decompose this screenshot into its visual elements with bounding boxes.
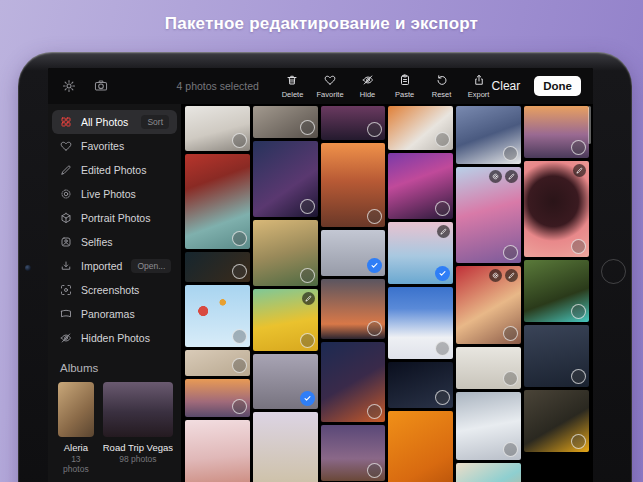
selection-circle[interactable] xyxy=(503,371,518,386)
photo-graffiti-portrait[interactable] xyxy=(456,106,521,164)
selection-circle[interactable] xyxy=(232,231,247,246)
selection-circle[interactable] xyxy=(503,442,518,457)
photo-flamingo[interactable] xyxy=(524,161,589,257)
camera-icon[interactable] xyxy=(94,79,108,93)
paste-button[interactable]: Paste xyxy=(392,74,418,99)
home-button[interactable] xyxy=(601,259,626,284)
photo-golden-gate-bridge[interactable] xyxy=(321,143,386,227)
sidebar-item-imported[interactable]: ImportedOpen... xyxy=(52,254,177,278)
selection-circle[interactable] xyxy=(367,404,382,419)
selection-checkmark[interactable] xyxy=(300,391,315,406)
selection-circle[interactable] xyxy=(367,122,382,137)
photo-dusk-clouds-city[interactable] xyxy=(321,106,386,140)
selection-circle[interactable] xyxy=(300,199,315,214)
selection-checkmark[interactable] xyxy=(367,258,382,273)
screenshot-icon xyxy=(60,284,72,296)
selection-circle[interactable] xyxy=(571,369,586,384)
sidebar-item-portrait-photos[interactable]: Portrait Photos xyxy=(52,206,177,230)
photo-woman-red-beanie[interactable] xyxy=(185,154,250,249)
selection-circle[interactable] xyxy=(503,245,518,260)
selection-circle[interactable] xyxy=(232,329,247,344)
album-count: 13 photos xyxy=(58,454,94,474)
photo-earth-at-night[interactable] xyxy=(388,362,453,408)
sidebar-item-hidden-photos[interactable]: Hidden Photos xyxy=(52,326,177,350)
photo-hot-air-balloons[interactable] xyxy=(185,285,250,347)
done-button[interactable]: Done xyxy=(534,76,581,96)
selection-circle[interactable] xyxy=(571,434,586,449)
delete-button[interactable]: Delete xyxy=(279,74,305,99)
photo-ocean-sunset[interactable] xyxy=(388,222,453,284)
photo-skater-mural[interactable] xyxy=(388,106,453,150)
selection-circle[interactable] xyxy=(232,133,247,148)
photo-coastal-sunset[interactable] xyxy=(321,279,386,339)
photo-eiffel-tower[interactable] xyxy=(321,230,386,276)
clear-button[interactable]: Clear xyxy=(492,79,521,93)
photo-misty-valley[interactable] xyxy=(253,354,318,409)
photo-violet-ridges[interactable] xyxy=(524,106,589,158)
selection-circle[interactable] xyxy=(367,321,382,336)
photo-holi-paint-portrait[interactable] xyxy=(456,167,521,263)
photo-pale-beach[interactable] xyxy=(253,412,318,482)
selection-circle[interactable] xyxy=(571,304,586,319)
photo-orange-macro[interactable] xyxy=(388,411,453,482)
selection-circle[interactable] xyxy=(503,146,518,161)
selection-circle[interactable] xyxy=(232,264,247,279)
favorite-button[interactable]: Favorite xyxy=(316,74,343,99)
photo-sunset-ridge[interactable] xyxy=(185,379,250,417)
selection-circle[interactable] xyxy=(300,333,315,348)
photo-yellow-tulips[interactable] xyxy=(253,289,318,351)
sidebar-item-label: Favorites xyxy=(81,140,124,152)
selection-circle[interactable] xyxy=(435,201,450,216)
gear-icon[interactable] xyxy=(62,79,76,93)
album-aleria[interactable]: Aleria13 photos xyxy=(58,382,94,474)
photo-hummingbird-flower[interactable] xyxy=(524,390,589,452)
selection-circle[interactable] xyxy=(232,399,247,414)
photo-blue-dome-church[interactable] xyxy=(388,287,453,359)
selection-circle[interactable] xyxy=(300,268,315,283)
photo-smiling-boy[interactable] xyxy=(456,266,521,344)
photo-white-village[interactable] xyxy=(185,350,250,376)
photo-white-building-person[interactable] xyxy=(185,106,250,151)
selection-circle[interactable] xyxy=(435,390,450,405)
hide-button[interactable]: Hide xyxy=(355,74,381,99)
selection-circle[interactable] xyxy=(435,132,450,147)
export-button[interactable]: Export xyxy=(466,74,492,99)
sidebar-item-edited-photos[interactable]: Edited Photos xyxy=(52,158,177,182)
photo-snow-slope[interactable] xyxy=(456,392,521,460)
sidebar-item-screenshots[interactable]: Screenshots xyxy=(52,278,177,302)
reset-button[interactable]: Reset xyxy=(429,74,455,99)
sidebar-item-live-photos[interactable]: Live Photos xyxy=(52,182,177,206)
sidebar-item-selfies[interactable]: Selfies xyxy=(52,230,177,254)
selection-circle[interactable] xyxy=(232,358,247,373)
photo-river-at-dusk[interactable] xyxy=(524,325,589,387)
scrollbar[interactable] xyxy=(588,106,591,144)
photo-pastel-bubbles-macro[interactable] xyxy=(456,463,521,482)
sort-chip[interactable]: Sort xyxy=(141,115,169,129)
action-label: Paste xyxy=(395,90,414,99)
photo-green-bird[interactable] xyxy=(524,260,589,322)
selection-circle[interactable] xyxy=(571,140,586,155)
photo-pagoda-blossoms[interactable] xyxy=(185,420,250,482)
selection-circle[interactable] xyxy=(435,341,450,356)
photo-crystal-night-city[interactable] xyxy=(253,141,318,217)
sidebar-item-favorites[interactable]: Favorites xyxy=(52,134,177,158)
selection-circle[interactable] xyxy=(571,239,586,254)
selection-circle[interactable] xyxy=(300,120,315,135)
sidebar-item-panoramas[interactable]: Panoramas xyxy=(52,302,177,326)
selection-checkmark[interactable] xyxy=(435,266,450,281)
selection-circle[interactable] xyxy=(367,463,382,478)
open-chip[interactable]: Open... xyxy=(131,259,171,273)
sidebar-item-label: Portrait Photos xyxy=(81,212,150,224)
selection-circle[interactable] xyxy=(367,209,382,224)
photo-neon-portrait[interactable] xyxy=(388,153,453,219)
photo-straw-hat-portrait[interactable] xyxy=(253,220,318,286)
album-road-trip-vegas[interactable]: Road Trip Vegas98 photos xyxy=(103,382,173,474)
sidebar-item-all-photos[interactable]: All PhotosSort xyxy=(52,110,177,134)
photo-night-aerial-city[interactable] xyxy=(321,342,386,422)
selection-circle[interactable] xyxy=(503,326,518,341)
photo-night-street[interactable] xyxy=(185,252,250,282)
photo-man-glasses[interactable] xyxy=(253,106,318,138)
photo-milkyway-dune[interactable] xyxy=(321,425,386,481)
sidebar-item-label: Imported xyxy=(81,260,122,272)
photo-spiral-architecture[interactable] xyxy=(456,347,521,389)
